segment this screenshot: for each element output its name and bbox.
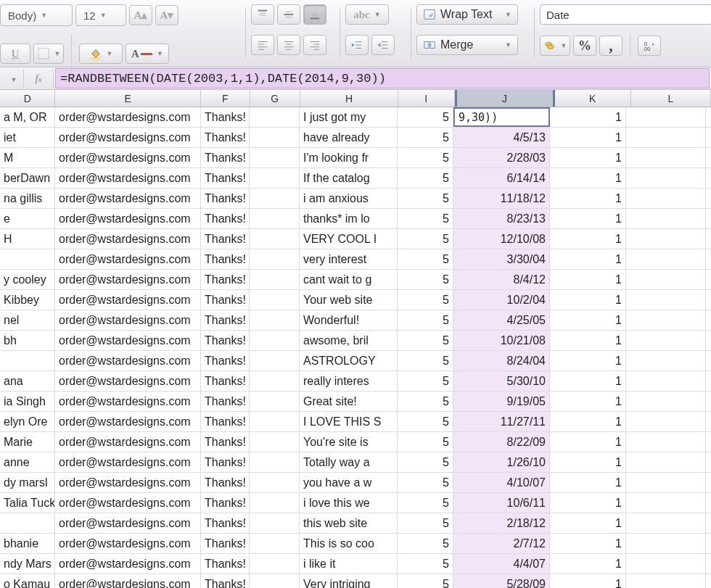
cell[interactable]: 4/4/07	[453, 554, 550, 573]
cell[interactable]: order@wstardesigns.com	[55, 432, 201, 452]
cell[interactable]: 1	[550, 107, 626, 127]
column-header[interactable]: I	[398, 90, 454, 107]
cell[interactable]: 1	[550, 513, 626, 533]
cell[interactable]: order@wstardesigns.com	[55, 534, 201, 553]
cell[interactable]: 9/19/05	[453, 392, 550, 411]
cell[interactable]	[250, 189, 300, 208]
cell[interactable]: 1	[550, 290, 626, 310]
increase-indent-button[interactable]	[371, 35, 395, 55]
cell[interactable]: 4/25/05	[453, 310, 550, 330]
cell[interactable]	[626, 168, 706, 188]
cell[interactable]: order@wstardesigns.com	[55, 452, 201, 472]
cell[interactable]: cant wait to g	[300, 270, 398, 289]
cell[interactable]	[250, 229, 300, 249]
cell[interactable]: order@wstardesigns.com	[55, 473, 201, 492]
column-header[interactable]: L	[631, 90, 711, 107]
cell[interactable]	[250, 310, 300, 330]
merge-button[interactable]: Merge ▼	[416, 35, 518, 55]
cell[interactable]: order@wstardesigns.com	[55, 310, 201, 330]
cell[interactable]: 10/21/08	[453, 331, 550, 350]
cell[interactable]	[626, 290, 706, 310]
cell[interactable]: 10/6/11	[453, 493, 550, 513]
cell[interactable]: 1	[550, 493, 626, 513]
cell[interactable]: VERY COOL I	[300, 229, 398, 249]
cell[interactable]: 5	[398, 351, 453, 370]
cell[interactable]	[626, 128, 706, 147]
cell[interactable]: nel	[0, 310, 55, 330]
cell[interactable]: Thanks!	[201, 473, 250, 492]
cell[interactable]: order@wstardesigns.com	[55, 128, 201, 147]
cell[interactable]: 5	[398, 371, 453, 391]
cell[interactable]: 2/18/12	[453, 513, 550, 533]
cell[interactable]: awsome, bril	[300, 331, 398, 350]
cell[interactable]: 5	[398, 493, 453, 513]
cell[interactable]: Talia Tuck	[0, 493, 55, 513]
cell[interactable]: i am anxious	[300, 189, 398, 208]
cell[interactable]: 11/27/11	[453, 412, 550, 431]
cell[interactable]: ndy Mars	[0, 554, 55, 573]
cell[interactable]: 5	[398, 128, 453, 147]
cell[interactable]: order@wstardesigns.com	[55, 209, 201, 228]
cell[interactable]	[250, 249, 300, 269]
cell[interactable]: 5	[398, 310, 453, 330]
cell[interactable]	[250, 107, 300, 127]
decrease-indent-button[interactable]	[345, 35, 369, 55]
cell[interactable]	[626, 452, 706, 472]
cell[interactable]: order@wstardesigns.com	[55, 331, 201, 350]
cell[interactable]	[626, 351, 706, 370]
cell[interactable]: 1	[550, 554, 626, 573]
cell[interactable]: 1	[550, 331, 626, 350]
cell[interactable]: 1	[550, 310, 626, 330]
cell[interactable]	[626, 493, 706, 513]
cell[interactable]: order@wstardesigns.com	[55, 392, 201, 411]
cell[interactable]: 1	[550, 412, 626, 431]
cell[interactable]	[0, 249, 55, 269]
cell[interactable]: You're site is	[300, 432, 398, 452]
cell[interactable]: 4/5/13	[453, 128, 550, 147]
cell[interactable]: this web site	[300, 513, 398, 533]
cell[interactable]	[250, 473, 300, 492]
cell[interactable]: 5	[398, 168, 453, 188]
cell[interactable]: Thanks!	[201, 209, 250, 228]
cell[interactable]	[250, 534, 300, 553]
column-header[interactable]: H	[300, 90, 398, 107]
cell[interactable]: a M, OR	[0, 107, 55, 127]
column-header[interactable]: E	[55, 90, 201, 107]
cell[interactable]: ana	[0, 371, 55, 391]
cell[interactable]: 5/28/09	[453, 574, 550, 588]
cell[interactable]: order@wstardesigns.com	[55, 574, 201, 588]
cell[interactable]: Marie	[0, 432, 55, 452]
cell[interactable]	[626, 574, 706, 588]
column-header-selected[interactable]: J	[455, 90, 555, 107]
borders-button[interactable]: ▼	[33, 44, 64, 64]
align-middle-button[interactable]	[277, 4, 300, 25]
cell[interactable]	[626, 412, 706, 431]
cell[interactable]	[250, 371, 300, 391]
cell[interactable]	[250, 148, 300, 167]
cell[interactable]	[250, 432, 300, 452]
cell[interactable]: Thanks!	[201, 128, 250, 147]
cell[interactable]: 5	[398, 452, 453, 472]
cell[interactable]: 3/30/04	[453, 249, 550, 269]
cell[interactable]: 8/23/13	[453, 209, 550, 228]
currency-button[interactable]: ▼	[540, 36, 570, 56]
font-size-combo[interactable]: 12 ▼	[75, 4, 126, 26]
cell[interactable]	[626, 473, 706, 492]
cell[interactable]: Thanks!	[201, 351, 250, 370]
cell[interactable]: 5	[398, 229, 453, 249]
column-header[interactable]: G	[250, 90, 301, 107]
cell[interactable]: 5	[398, 209, 453, 228]
cell[interactable]	[250, 452, 300, 472]
cell[interactable]: 1	[550, 229, 626, 249]
cell[interactable]	[626, 392, 706, 411]
decrease-font-button[interactable]: A▾	[155, 5, 178, 25]
cell[interactable]	[250, 513, 300, 533]
cell[interactable]: 12/10/08	[453, 229, 550, 249]
cell[interactable]: Very intriging	[300, 574, 398, 588]
cell[interactable]: Thanks!	[201, 107, 250, 127]
cell[interactable]: 1	[550, 189, 626, 208]
align-bottom-button[interactable]	[303, 4, 326, 25]
cell[interactable]	[250, 168, 300, 188]
cell[interactable]: o Kamau	[0, 574, 55, 588]
cell[interactable]: 1	[550, 473, 626, 492]
